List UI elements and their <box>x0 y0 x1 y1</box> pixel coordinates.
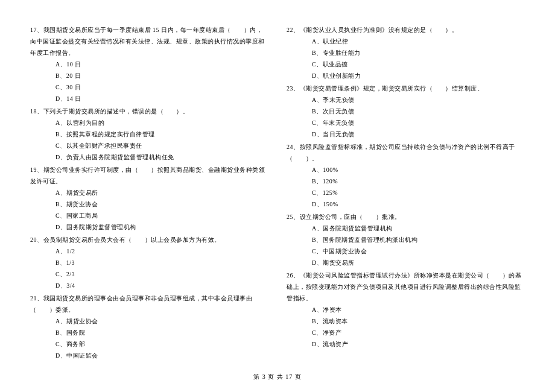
option-a: A、季末无负债 <box>312 94 525 106</box>
option-d: D、150% <box>312 198 525 210</box>
option-c: C、职业品德 <box>312 58 525 70</box>
option-d: D、国务院期货监督管理机构 <box>56 221 268 233</box>
page-footer: 第 3 页 共 17 页 <box>0 373 555 381</box>
option-a: A、期货业协会 <box>56 315 268 327</box>
question-22: 22、《期货从业人员执业行为准则》没有规定的是（ ）。 A、职业纪律 B、专业胜… <box>287 24 525 81</box>
question-20: 20、会员制期货交易所会员大会有（ ）以上会员参加方为有效。 A、1/2 B、1… <box>30 234 268 291</box>
option-b: B、流动资本 <box>312 315 525 327</box>
question-text: 24、按照风险监管指标标准，期货公司应当持续符合负债与净资产的比例不得高于（ ）… <box>287 141 525 164</box>
options: A、1/2 B、1/3 C、2/3 D、3/4 <box>30 245 268 291</box>
options: A、期货交易所 B、期货业协会 C、国家工商局 D、国务院期货监督管理机构 <box>30 187 268 233</box>
question-24: 24、按照风险监管指标标准，期货公司应当持续符合负债与净资产的比例不得高于（ ）… <box>287 141 525 210</box>
option-c: C、中国期货业协会 <box>312 245 525 257</box>
option-d: D、14 日 <box>56 93 268 104</box>
option-b: B、20 日 <box>56 70 268 81</box>
question-text: 18、下列关于期货交易所的描述中，错误的是（ ）。 <box>30 106 268 117</box>
option-b: B、国务院 <box>56 327 268 338</box>
options: A、以营利为目的 B、按照其章程的规定实行自律管理 C、以其全部财产承担民事责任… <box>30 117 268 163</box>
options: A、期货业协会 B、国务院 C、商务部 D、中国证监会 <box>30 315 268 361</box>
option-d: D、期货交易所 <box>312 257 525 268</box>
question-18: 18、下列关于期货交易所的描述中，错误的是（ ）。 A、以营利为目的 B、按照其… <box>30 106 268 163</box>
option-d: D、当日无负债 <box>312 128 525 140</box>
option-b: B、按照其章程的规定实行自律管理 <box>56 128 268 140</box>
option-c: C、年末无负债 <box>312 117 525 128</box>
question-text: 25、设立期货公司，应由（ ）批准。 <box>287 211 525 223</box>
option-c: C、净资产 <box>312 327 525 338</box>
option-b: B、次日无负债 <box>312 106 525 117</box>
question-text: 22、《期货从业人员执业行为准则》没有规定的是（ ）。 <box>287 24 525 36</box>
option-c: C、30 日 <box>56 81 268 93</box>
left-column: 17、我国期货交易所应当于每一季度结束后 15 日内，每一年度结束后（ ）内，向… <box>30 24 268 362</box>
option-b: B、1/3 <box>56 257 268 268</box>
question-text: 21、我国期货交易所的理事会由会员理事和非会员理事组成，其中非会员理事由（ ）委… <box>30 292 268 315</box>
right-column: 22、《期货从业人员执业行为准则》没有规定的是（ ）。 A、职业纪律 B、专业胜… <box>287 24 525 362</box>
option-d: D、3/4 <box>56 280 268 291</box>
option-c: C、国家工商局 <box>56 210 268 221</box>
question-text: 26、《期货公司风险监管指标管理试行办法》所称净资本是在期货公司（ ）的基础上，… <box>287 270 525 304</box>
exam-columns: 17、我国期货交易所应当于每一季度结束后 15 日内，每一年度结束后（ ）内，向… <box>30 24 525 362</box>
option-c: C、以其全部财产承担民事责任 <box>56 140 268 151</box>
option-a: A、10 日 <box>56 58 268 70</box>
question-25: 25、设立期货公司，应由（ ）批准。 A、国务院期货监督管理机构 B、国务院期货… <box>287 211 525 268</box>
option-d: D、流动资产 <box>312 338 525 350</box>
options: A、100% B、120% C、125% D、150% <box>287 164 525 210</box>
option-d: D、职业创新能力 <box>312 70 525 81</box>
option-d: D、中国证监会 <box>56 350 268 361</box>
option-a: A、净资本 <box>312 304 525 315</box>
option-a: A、职业纪律 <box>312 36 525 47</box>
option-c: C、125% <box>312 187 525 198</box>
question-text: 20、会员制期货交易所会员大会有（ ）以上会员参加方为有效。 <box>30 234 268 245</box>
question-23: 23、《期货交易管理条例》规定，期货交易所实行（ ）结算制度。 A、季末无负债 … <box>287 83 525 140</box>
option-b: B、专业胜任能力 <box>312 47 525 58</box>
option-b: B、120% <box>312 175 525 187</box>
option-a: A、1/2 <box>56 245 268 257</box>
options: A、净资本 B、流动资本 C、净资产 D、流动资产 <box>287 304 525 350</box>
question-21: 21、我国期货交易所的理事会由会员理事和非会员理事组成，其中非会员理事由（ ）委… <box>30 292 268 361</box>
option-c: C、2/3 <box>56 268 268 280</box>
option-a: A、期货交易所 <box>56 187 268 198</box>
question-26: 26、《期货公司风险监管指标管理试行办法》所称净资本是在期货公司（ ）的基础上，… <box>287 270 525 350</box>
options: A、国务院期货监督管理机构 B、国务院期货监督管理机构派出机构 C、中国期货业协… <box>287 223 525 268</box>
options: A、职业纪律 B、专业胜任能力 C、职业品德 D、职业创新能力 <box>287 36 525 81</box>
question-17: 17、我国期货交易所应当于每一季度结束后 15 日内，每一年度结束后（ ）内，向… <box>30 24 268 104</box>
option-b: B、国务院期货监督管理机构派出机构 <box>312 234 525 245</box>
question-text: 23、《期货交易管理条例》规定，期货交易所实行（ ）结算制度。 <box>287 83 525 94</box>
question-text: 19、期货公司业务实行许可制度，由（ ）按照其商品期货、金融期货业务种类颁发许可… <box>30 164 268 187</box>
option-a: A、国务院期货监督管理机构 <box>312 223 525 234</box>
question-text: 17、我国期货交易所应当于每一季度结束后 15 日内，每一年度结束后（ ）内，向… <box>30 24 268 58</box>
option-c: C、商务部 <box>56 338 268 350</box>
option-a: A、以营利为目的 <box>56 117 268 128</box>
options: A、10 日 B、20 日 C、30 日 D、14 日 <box>30 58 268 104</box>
option-a: A、100% <box>312 164 525 175</box>
option-d: D、负责人由国务院期货监督管理机构任免 <box>56 151 268 163</box>
question-19: 19、期货公司业务实行许可制度，由（ ）按照其商品期货、金融期货业务种类颁发许可… <box>30 164 268 233</box>
option-b: B、期货业协会 <box>56 198 268 210</box>
options: A、季末无负债 B、次日无负债 C、年末无负债 D、当日无负债 <box>287 94 525 140</box>
